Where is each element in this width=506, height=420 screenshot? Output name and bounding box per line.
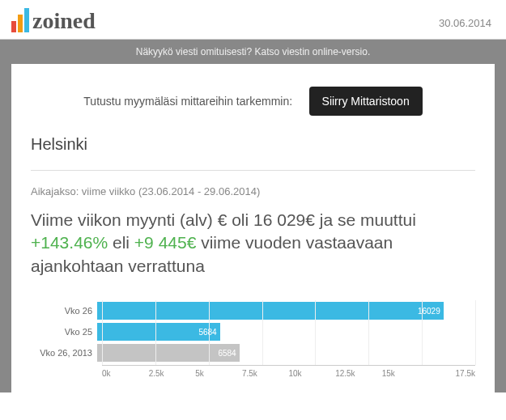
- chart-row-label: Vko 26, 2013: [36, 348, 97, 358]
- chart-tick: 0k: [102, 369, 149, 378]
- summary-part1: Viime viikon myynti (alv) € oli 16 029€ …: [31, 210, 416, 229]
- chart-track: 16029: [97, 302, 475, 320]
- goto-dashboard-button[interactable]: Siirry Mittaristoon: [309, 87, 423, 116]
- chart-row: Vko 2616029: [36, 302, 475, 320]
- content: Tutustu myymäläsi mittareihin tarkemmin:…: [11, 64, 495, 392]
- content-wrap: Tutustu myymäläsi mittareihin tarkemmin:…: [0, 64, 506, 392]
- chart-tick: 7.5k: [242, 369, 289, 378]
- summary-text: Viime viikon myynti (alv) € oli 16 029€ …: [31, 209, 475, 278]
- chart-x-axis: 0k2.5k5k7.5k10k12.5k15k17.5k: [102, 365, 475, 378]
- summary-delta: +9 445€: [134, 233, 197, 252]
- chart-bar: 6584: [97, 344, 240, 362]
- chart-bar: 16029: [97, 302, 444, 320]
- logo-text: zoined: [32, 10, 96, 32]
- header-date: 30.06.2014: [439, 17, 491, 32]
- sales-bar-chart: Vko 2616029Vko 255684Vko 26, 201365840k2…: [31, 302, 475, 378]
- chart-tick: 5k: [195, 369, 242, 378]
- chart-tick: 12.5k: [335, 369, 382, 378]
- period-label: Aikajakso: viime viikko (23.06.2014 - 29…: [31, 185, 475, 197]
- city-title: Helsinki: [31, 135, 475, 154]
- chart-bar-value: 5684: [198, 328, 216, 337]
- logo: zoined: [11, 8, 96, 32]
- chart-row: Vko 255684: [36, 323, 475, 341]
- chart-row: Vko 26, 20136584: [36, 344, 475, 362]
- notice-bar[interactable]: Näkyykö viesti omituisesti? Katso viesti…: [0, 40, 506, 64]
- divider: [31, 170, 475, 171]
- cta-row: Tutustu myymäläsi mittareihin tarkemmin:…: [31, 78, 475, 135]
- chart-bar: 5684: [97, 323, 220, 341]
- chart-row-label: Vko 25: [36, 327, 97, 337]
- logo-bars-icon: [11, 8, 29, 32]
- cta-text: Tutustu myymäläsi mittareihin tarkemmin:: [83, 95, 292, 108]
- chart-row-label: Vko 26: [36, 306, 97, 316]
- chart-tick: 10k: [289, 369, 336, 378]
- chart-bar-value: 6584: [218, 349, 236, 358]
- chart-tick: 17.5k: [428, 369, 475, 378]
- chart-tick: 2.5k: [149, 369, 196, 378]
- chart-bar-value: 16029: [418, 307, 440, 316]
- header: zoined 30.06.2014: [0, 0, 506, 40]
- chart-track: 6584: [97, 344, 475, 362]
- chart-track: 5684: [97, 323, 475, 341]
- summary-pct: +143.46%: [31, 233, 108, 252]
- summary-mid: eli: [108, 233, 134, 252]
- chart-tick: 15k: [382, 369, 429, 378]
